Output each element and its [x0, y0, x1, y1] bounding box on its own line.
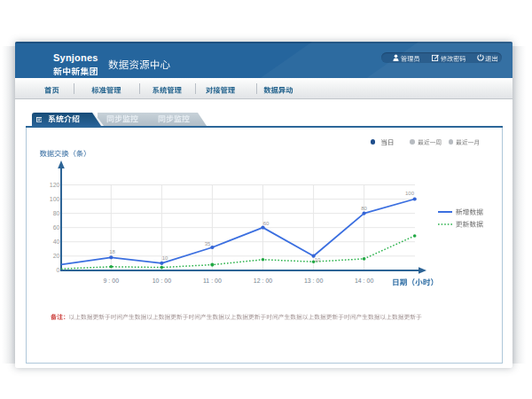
svg-text:14 : 00: 14 : 00 — [355, 278, 374, 284]
svg-text:10: 10 — [315, 257, 321, 262]
svg-text:10 : 00: 10 : 00 — [153, 278, 172, 284]
svg-text:100: 100 — [405, 191, 415, 196]
svg-text:100: 100 — [50, 196, 60, 202]
svg-text:80: 80 — [361, 206, 367, 211]
svg-text:35: 35 — [205, 241, 211, 246]
svg-text:40: 40 — [53, 239, 60, 245]
svg-text:20: 20 — [53, 253, 60, 259]
svg-text:60: 60 — [263, 221, 270, 226]
svg-text:10: 10 — [162, 255, 168, 261]
svg-text:13 : 00: 13 : 00 — [304, 278, 324, 284]
svg-text:9 : 00: 9 : 00 — [104, 278, 120, 284]
svg-text:80: 80 — [53, 210, 60, 216]
svg-text:12 : 00: 12 : 00 — [254, 278, 273, 284]
svg-text:60: 60 — [53, 224, 60, 231]
svg-text:11 : 00: 11 : 00 — [203, 278, 222, 284]
svg-text:120: 120 — [50, 182, 60, 188]
svg-text:18: 18 — [109, 249, 115, 254]
svg-text:0: 0 — [57, 267, 60, 273]
